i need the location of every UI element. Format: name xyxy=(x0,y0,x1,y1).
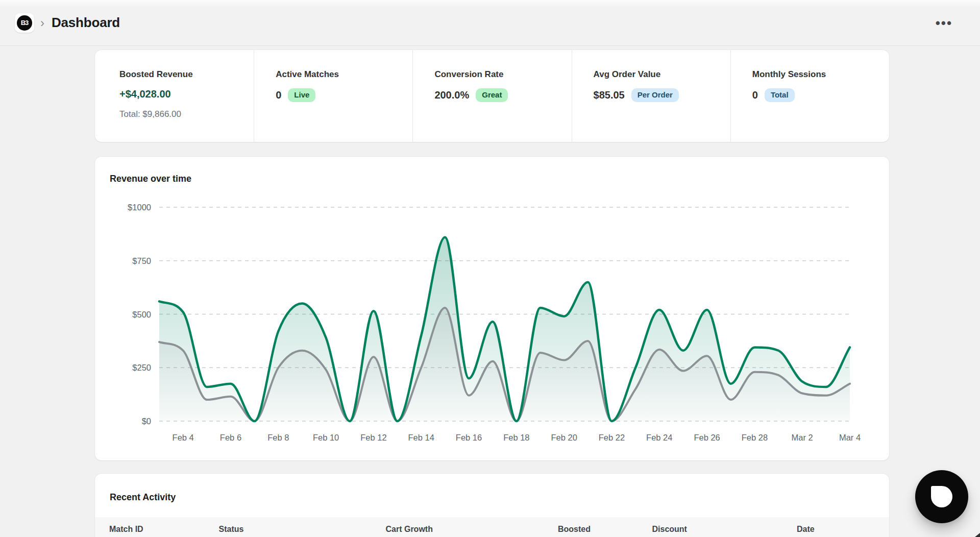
svg-text:Feb 28: Feb 28 xyxy=(742,433,768,442)
activity-table-header: Match ID Status Cart Growth Boosted Disc… xyxy=(95,517,889,537)
revenue-chart-card: $0$250$500$750$1000Feb 4Feb 6Feb 8Feb 10… xyxy=(95,157,889,460)
svg-text:Feb 12: Feb 12 xyxy=(360,433,386,442)
stat-monthly-sessions: Monthly Sessions 0 Total xyxy=(730,50,889,142)
stat-active-matches: Active Matches 0 Live xyxy=(254,50,412,142)
stat-label: Conversion Rate xyxy=(434,69,566,80)
stat-value: $85.05 xyxy=(594,89,625,101)
column-header-boosted: Boosted xyxy=(558,525,652,534)
stat-label: Monthly Sessions xyxy=(752,69,884,80)
svg-text:Feb 6: Feb 6 xyxy=(220,433,241,442)
svg-text:Feb 14: Feb 14 xyxy=(408,433,434,442)
stat-value: +$4,028.00 xyxy=(119,88,171,100)
activity-title: Recent Activity xyxy=(95,474,889,503)
recent-activity-card: Recent Activity Match ID Status Cart Gro… xyxy=(95,474,889,537)
app-logo-button[interactable]: B3 xyxy=(15,13,34,33)
overflow-menu-button[interactable]: ••• xyxy=(930,13,958,33)
svg-text:Mar 2: Mar 2 xyxy=(792,433,813,442)
column-header-discount: Discount xyxy=(652,525,797,534)
page-title: Dashboard xyxy=(52,15,120,31)
status-badge: Great xyxy=(476,88,508,102)
column-header-match-id: Match ID xyxy=(109,525,219,534)
stat-label: Active Matches xyxy=(276,69,407,80)
chat-bubble-icon xyxy=(931,486,952,507)
stat-label: Boosted Revenue xyxy=(119,69,249,80)
stat-conversion-rate: Conversion Rate 200.0% Great xyxy=(412,50,571,142)
stat-avg-order-value: Avg Order Value $85.05 Per Order xyxy=(572,50,730,142)
status-badge: Total xyxy=(765,88,795,102)
svg-text:$1000: $1000 xyxy=(128,203,151,212)
svg-text:Feb 8: Feb 8 xyxy=(267,433,289,442)
chart-title: Revenue over time xyxy=(110,174,191,184)
stat-boosted-revenue: Boosted Revenue +$4,028.00 Total: $9,866… xyxy=(95,50,254,142)
svg-text:$500: $500 xyxy=(132,310,151,319)
svg-text:$0: $0 xyxy=(142,417,151,426)
app-logo-icon: B3 xyxy=(17,15,32,31)
svg-text:Feb 10: Feb 10 xyxy=(313,433,339,442)
status-badge: Live xyxy=(288,88,315,102)
stat-value: 200.0% xyxy=(434,89,469,101)
svg-text:Feb 24: Feb 24 xyxy=(646,433,672,442)
svg-text:Feb 22: Feb 22 xyxy=(599,433,625,442)
stat-subtext: Total: $9,866.00 xyxy=(119,109,249,119)
svg-text:Mar 4: Mar 4 xyxy=(839,433,861,442)
svg-text:Feb 20: Feb 20 xyxy=(551,433,577,442)
breadcrumb-chevron-icon: › xyxy=(40,17,44,29)
svg-text:$750: $750 xyxy=(132,256,151,265)
stat-value: 0 xyxy=(752,89,758,101)
top-bar: B3 › Dashboard ••• xyxy=(0,0,980,46)
stat-value: 0 xyxy=(276,89,281,101)
svg-text:Feb 16: Feb 16 xyxy=(456,433,482,442)
chat-launcher-button[interactable] xyxy=(915,470,968,523)
svg-text:Feb 4: Feb 4 xyxy=(173,433,194,442)
svg-text:Feb 18: Feb 18 xyxy=(503,433,529,442)
column-header-status: Status xyxy=(219,525,386,534)
column-header-cart-growth: Cart Growth xyxy=(385,525,558,534)
column-header-date: Date xyxy=(797,525,875,534)
status-badge: Per Order xyxy=(631,88,679,102)
stats-card: Boosted Revenue +$4,028.00 Total: $9,866… xyxy=(95,50,889,142)
stat-label: Avg Order Value xyxy=(594,69,725,80)
svg-text:Feb 26: Feb 26 xyxy=(694,433,720,442)
svg-text:$250: $250 xyxy=(132,363,151,372)
corner-artifact xyxy=(975,533,980,537)
revenue-area-chart: $0$250$500$750$1000Feb 4Feb 6Feb 8Feb 10… xyxy=(95,157,889,460)
